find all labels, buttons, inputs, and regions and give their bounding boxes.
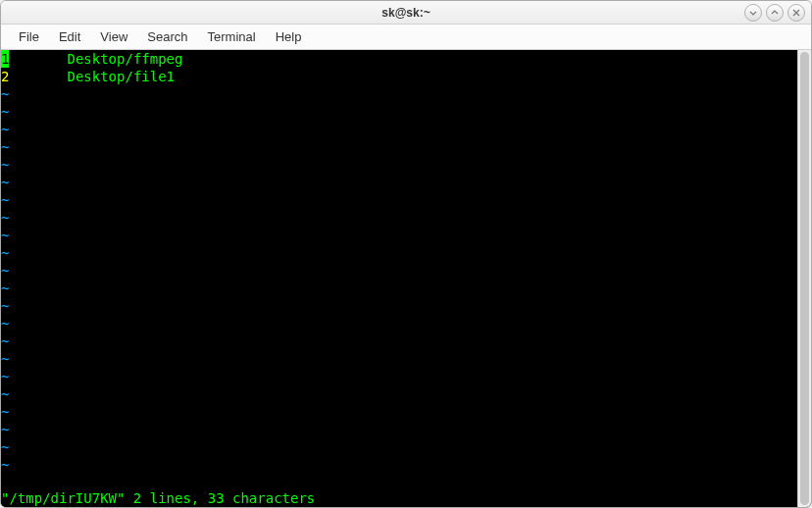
tilde-line: ~ <box>1 350 797 368</box>
line-gap <box>9 68 67 85</box>
tilde-line: ~ <box>1 279 797 297</box>
scrollbar[interactable] <box>797 50 811 507</box>
tilde-line: ~ <box>1 456 797 474</box>
maximize-button[interactable] <box>766 4 784 22</box>
minimize-icon <box>748 8 758 18</box>
tilde-line: ~ <box>1 191 797 209</box>
editor-line: 2 Desktop/file1 <box>1 68 797 85</box>
tilde-line: ~ <box>1 421 797 438</box>
close-button[interactable] <box>787 4 805 22</box>
terminal[interactable]: 1 Desktop/ffmpeg 2 Desktop/file1 ~ ~ ~ ~… <box>1 50 797 507</box>
minimize-button[interactable] <box>744 4 762 22</box>
tilde-line: ~ <box>1 403 797 421</box>
line-content: Desktop/file1 <box>67 68 175 85</box>
menu-help[interactable]: Help <box>266 25 312 48</box>
tilde-line: ~ <box>1 121 797 138</box>
tilde-line: ~ <box>1 209 797 227</box>
tilde-line: ~ <box>1 385 797 403</box>
line-gap <box>9 50 67 68</box>
scrollbar-thumb[interactable] <box>800 52 809 505</box>
window-controls <box>744 4 805 22</box>
tilde-line: ~ <box>1 368 797 385</box>
tilde-line: ~ <box>1 262 797 279</box>
line-number: 2 <box>1 68 9 85</box>
line-number-cursor: 1 <box>1 50 9 68</box>
titlebar: sk@sk:~ <box>1 1 811 25</box>
tilde-line: ~ <box>1 156 797 174</box>
menu-edit[interactable]: Edit <box>49 25 90 48</box>
tilde-line: ~ <box>1 438 797 456</box>
menubar: File Edit View Search Terminal Help <box>1 25 811 50</box>
terminal-area: 1 Desktop/ffmpeg 2 Desktop/file1 ~ ~ ~ ~… <box>1 50 811 507</box>
menu-file[interactable]: File <box>9 25 49 48</box>
window-title: sk@sk:~ <box>381 6 430 20</box>
tilde-line: ~ <box>1 315 797 332</box>
tilde-line: ~ <box>1 332 797 350</box>
close-icon <box>791 8 801 18</box>
tilde-line: ~ <box>1 174 797 191</box>
tilde-line: ~ <box>1 227 797 244</box>
tilde-line: ~ <box>1 85 797 103</box>
editor-line: 1 Desktop/ffmpeg <box>1 50 797 68</box>
tilde-line: ~ <box>1 138 797 156</box>
line-content: Desktop/ffmpeg <box>67 50 182 68</box>
tilde-line: ~ <box>1 244 797 262</box>
tilde-line: ~ <box>1 103 797 121</box>
menu-view[interactable]: View <box>90 25 137 48</box>
menu-terminal[interactable]: Terminal <box>198 25 266 48</box>
window-frame: sk@sk:~ File Edit View Search Term <box>0 0 812 508</box>
menu-search[interactable]: Search <box>137 25 197 48</box>
status-line: "/tmp/dirIU7KW" 2 lines, 33 characters <box>1 489 797 507</box>
maximize-icon <box>770 8 780 18</box>
tilde-line: ~ <box>1 297 797 315</box>
